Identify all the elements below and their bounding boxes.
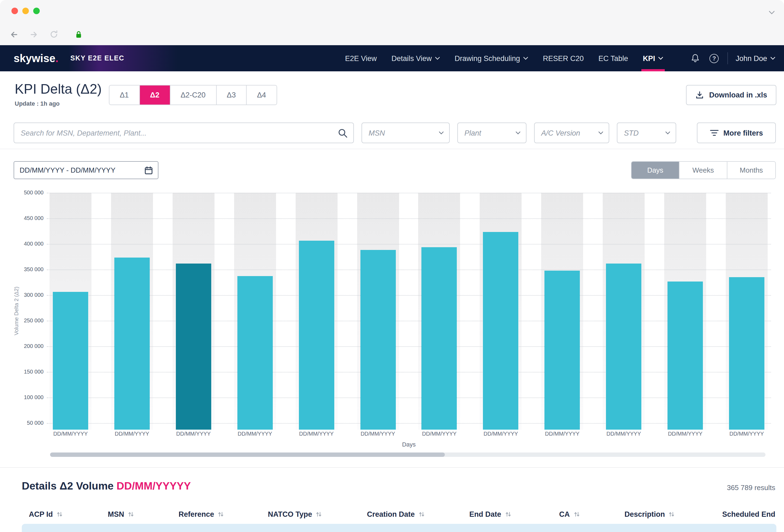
nav-item-reser-c20[interactable]: RESER C20 xyxy=(543,45,584,71)
sort-icon xyxy=(57,511,63,517)
download-xls-button[interactable]: Download in .xls xyxy=(686,85,776,105)
column-header-natco-type[interactable]: NATCO Type xyxy=(261,510,360,518)
nav-item-e2e-view[interactable]: E2E View xyxy=(345,45,377,71)
details-divider xyxy=(0,467,784,468)
column-label: NATCO Type xyxy=(268,510,312,518)
back-icon[interactable] xyxy=(8,29,19,40)
chevron-down-icon xyxy=(598,131,603,135)
column-label: CA xyxy=(559,510,570,518)
sort-icon xyxy=(128,511,134,517)
search-input[interactable] xyxy=(21,129,338,137)
dropdown-label: STD xyxy=(624,129,639,137)
x-axis-tick-label: DD/MM/YYYY xyxy=(409,431,470,437)
notifications-bell-icon[interactable] xyxy=(690,53,700,63)
table-row[interactable] xyxy=(22,524,776,532)
brand-text: skywise xyxy=(13,52,55,64)
filter-dropdown-plant[interactable]: Plant xyxy=(457,122,527,143)
filter-dropdown-msn[interactable]: MSN xyxy=(362,122,450,143)
column-header-description[interactable]: Description xyxy=(617,510,708,518)
x-axis-tick-label: DD/MM/YYYY xyxy=(102,431,163,437)
y-axis-tick-label: 350 000 xyxy=(10,266,44,272)
column-header-scheduled-end[interactable]: Scheduled End xyxy=(708,510,776,518)
chart-bar[interactable] xyxy=(606,263,641,430)
chevron-down-icon xyxy=(665,131,670,135)
minimize-window-icon[interactable] xyxy=(22,8,29,14)
column-header-end-date[interactable]: End Date xyxy=(462,510,552,518)
x-axis-tick-label: DD/MM/YYYY xyxy=(286,431,347,437)
nav-item-kpi[interactable]: KPI xyxy=(643,45,663,71)
column-header-msn[interactable]: MSN xyxy=(101,510,171,518)
nav-item-details-view[interactable]: Details View xyxy=(391,45,440,71)
y-axis-tick-label: 300 000 xyxy=(10,292,44,298)
date-range-input[interactable] xyxy=(20,166,144,174)
tab-2-c20[interactable]: Δ2-C20 xyxy=(170,85,217,105)
user-name: John Doe xyxy=(735,54,767,62)
chart-bar[interactable] xyxy=(114,258,150,430)
filter-icon xyxy=(710,130,719,136)
x-axis-tick-label: DD/MM/YYYY xyxy=(40,431,101,437)
tab-1[interactable]: Δ1 xyxy=(109,85,140,105)
browser-toolbar xyxy=(8,27,84,42)
sort-icon xyxy=(573,511,580,517)
details-title-prefix: Details Δ2 Volume xyxy=(22,480,116,492)
window-controls xyxy=(11,8,40,14)
tab-3[interactable]: Δ3 xyxy=(217,85,247,105)
scrollbar-thumb[interactable] xyxy=(50,452,445,457)
more-filters-button[interactable]: More filters xyxy=(697,122,776,143)
column-header-acp-id[interactable]: ACP Id xyxy=(22,510,101,518)
chart-bar[interactable] xyxy=(299,241,334,430)
granularity-months[interactable]: Months xyxy=(727,162,775,178)
tab-4[interactable]: Δ4 xyxy=(247,85,276,105)
chrome-collapse-chevron-icon[interactable] xyxy=(768,7,775,17)
dropdown-label: A/C Version xyxy=(541,129,580,137)
granularity-days[interactable]: Days xyxy=(632,162,679,178)
filter-dropdown-a-c-version[interactable]: A/C Version xyxy=(534,122,609,143)
chart-bar[interactable] xyxy=(668,281,703,430)
y-axis-tick-label: 50 000 xyxy=(10,420,44,426)
x-axis-title: Days xyxy=(47,441,771,448)
gridline xyxy=(47,346,771,347)
nav-item-label: EC Table xyxy=(598,54,628,62)
column-label: Description xyxy=(624,510,665,518)
y-axis-title: Volume Delta 2 (Δ2) xyxy=(13,287,19,335)
user-menu[interactable]: John Doe xyxy=(735,45,775,71)
column-header-creation-date[interactable]: Creation Date xyxy=(360,510,462,518)
column-label: MSN xyxy=(108,510,124,518)
skywise-logo[interactable]: skywise. xyxy=(13,45,58,71)
chevron-down-icon xyxy=(439,131,444,135)
chart-bar[interactable] xyxy=(360,250,395,430)
chart-bar[interactable] xyxy=(53,292,88,430)
x-axis-tick-label: DD/MM/YYYY xyxy=(347,431,408,437)
column-header-reference[interactable]: Reference xyxy=(171,510,261,518)
search-icon[interactable] xyxy=(338,128,348,138)
chart-bar[interactable] xyxy=(729,277,764,430)
gridline xyxy=(47,295,771,296)
refresh-icon[interactable] xyxy=(49,29,59,40)
granularity-weeks[interactable]: Weeks xyxy=(679,162,727,178)
chart-bar[interactable] xyxy=(237,276,273,430)
y-axis-tick-label: 200 000 xyxy=(10,343,44,349)
chart-bar[interactable] xyxy=(176,263,211,430)
filter-dropdown-std[interactable]: STD xyxy=(617,122,676,143)
column-header-ca[interactable]: CA xyxy=(552,510,617,518)
ssl-lock-icon[interactable] xyxy=(73,29,84,40)
x-axis-tick-label: DD/MM/YYYY xyxy=(163,431,224,437)
help-icon[interactable]: ? xyxy=(709,54,719,63)
x-axis-tick-label: DD/MM/YYYY xyxy=(532,431,593,437)
tab-2[interactable]: Δ2 xyxy=(140,85,170,105)
chart-bar[interactable] xyxy=(483,232,519,430)
x-axis-tick-label: DD/MM/YYYY xyxy=(470,431,531,437)
maximize-window-icon[interactable] xyxy=(33,8,40,14)
nav-item-ec-table[interactable]: EC Table xyxy=(598,45,628,71)
calendar-icon[interactable] xyxy=(144,166,153,174)
forward-icon[interactable] xyxy=(28,29,39,40)
close-window-icon[interactable] xyxy=(11,8,18,14)
chart-bar[interactable] xyxy=(422,247,457,430)
chart-bar[interactable] xyxy=(544,271,580,430)
y-axis-tick-label: 450 000 xyxy=(10,215,44,221)
download-icon xyxy=(696,91,704,99)
navbar-divider xyxy=(727,52,728,64)
nav-item-drawing-scheduling[interactable]: Drawing Scheduling xyxy=(455,45,528,71)
gridline xyxy=(47,270,771,270)
gridline xyxy=(47,193,771,193)
